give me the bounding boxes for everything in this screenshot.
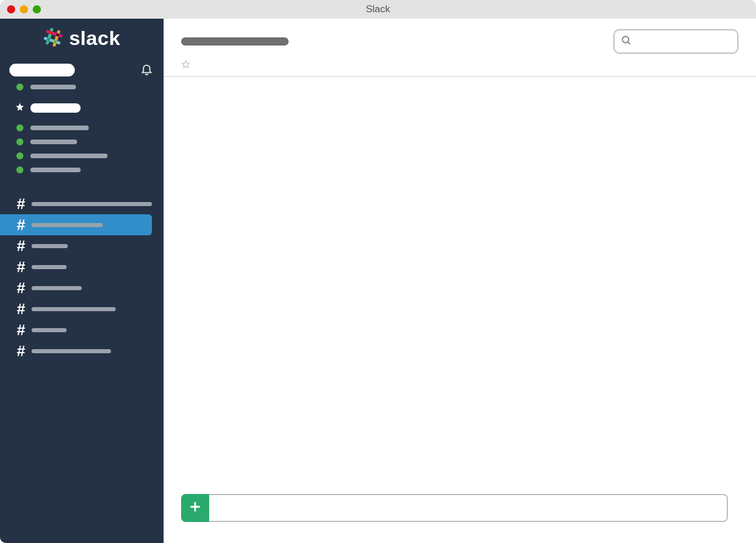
hash-icon: # bbox=[15, 280, 27, 295]
starred-item-label bbox=[30, 154, 107, 158]
minimize-window-button[interactable] bbox=[20, 5, 28, 13]
svg-point-8 bbox=[622, 36, 629, 43]
hash-icon: # bbox=[15, 259, 27, 274]
app-window: Slack bbox=[0, 0, 756, 543]
starred-section bbox=[0, 102, 164, 177]
starred-item-label bbox=[30, 140, 77, 144]
brand-wordmark: slack bbox=[69, 27, 120, 50]
current-user-name bbox=[30, 85, 76, 89]
channel-item-label bbox=[32, 265, 67, 269]
presence-indicator-icon bbox=[16, 152, 23, 159]
brand-logo: slack bbox=[0, 27, 164, 50]
notifications-icon[interactable] bbox=[140, 62, 153, 78]
workspace-name bbox=[9, 64, 75, 76]
window-title: Slack bbox=[0, 4, 756, 15]
channel-title bbox=[181, 37, 289, 46]
channel-item[interactable]: # bbox=[0, 214, 152, 235]
workspace-switcher[interactable] bbox=[0, 62, 164, 82]
sidebar: slack bbox=[0, 19, 164, 543]
search-input[interactable] bbox=[613, 29, 738, 54]
hash-icon: # bbox=[15, 301, 27, 316]
presence-indicator-icon bbox=[16, 124, 23, 131]
starred-header[interactable] bbox=[13, 102, 159, 114]
plus-icon bbox=[188, 500, 202, 516]
message-composer bbox=[181, 494, 728, 522]
messages-area bbox=[164, 77, 756, 543]
starred-item[interactable] bbox=[13, 149, 159, 163]
starred-label bbox=[30, 103, 81, 113]
channel-item-label bbox=[32, 328, 67, 332]
maximize-window-button[interactable] bbox=[33, 5, 41, 13]
starred-item[interactable] bbox=[13, 121, 159, 135]
current-user-row[interactable] bbox=[0, 82, 164, 102]
close-window-button[interactable] bbox=[7, 5, 15, 13]
slack-hash-icon bbox=[43, 27, 63, 50]
channel-header bbox=[164, 19, 756, 77]
channel-item-label bbox=[32, 223, 103, 227]
channel-header-sub bbox=[181, 60, 738, 71]
message-input[interactable] bbox=[209, 494, 728, 522]
channel-item[interactable]: # bbox=[0, 298, 164, 319]
window-controls bbox=[7, 5, 41, 13]
channel-item[interactable]: # bbox=[0, 256, 164, 277]
channel-item-label bbox=[32, 286, 82, 290]
channel-item-label bbox=[32, 307, 116, 311]
channels-section: ######## bbox=[0, 193, 164, 361]
titlebar: Slack bbox=[0, 0, 756, 19]
starred-item-label bbox=[30, 126, 89, 130]
hash-icon: # bbox=[15, 343, 27, 358]
channel-item[interactable]: # bbox=[0, 193, 164, 214]
channel-item[interactable]: # bbox=[0, 235, 164, 256]
svg-line-9 bbox=[628, 42, 630, 44]
app-body: slack bbox=[0, 19, 756, 543]
channel-item[interactable]: # bbox=[0, 277, 164, 298]
hash-icon: # bbox=[15, 196, 27, 211]
channel-item[interactable]: # bbox=[0, 319, 164, 340]
hash-icon: # bbox=[15, 322, 27, 337]
channel-item[interactable]: # bbox=[0, 340, 164, 361]
starred-item[interactable] bbox=[13, 135, 159, 149]
presence-indicator-icon bbox=[16, 83, 23, 90]
star-icon bbox=[15, 102, 25, 114]
channel-item-label bbox=[32, 202, 152, 206]
attach-button[interactable] bbox=[181, 494, 209, 522]
presence-indicator-icon bbox=[16, 138, 23, 145]
hash-icon: # bbox=[15, 238, 27, 253]
starred-item-label bbox=[30, 168, 81, 172]
channel-item-label bbox=[32, 349, 111, 353]
search-field[interactable] bbox=[637, 37, 748, 47]
hash-icon: # bbox=[15, 217, 27, 232]
presence-indicator-icon bbox=[16, 166, 23, 173]
channel-item-label bbox=[32, 244, 68, 248]
starred-item[interactable] bbox=[13, 163, 159, 177]
main-pane bbox=[164, 19, 756, 543]
search-icon bbox=[620, 34, 632, 48]
star-outline-icon[interactable] bbox=[181, 60, 190, 71]
